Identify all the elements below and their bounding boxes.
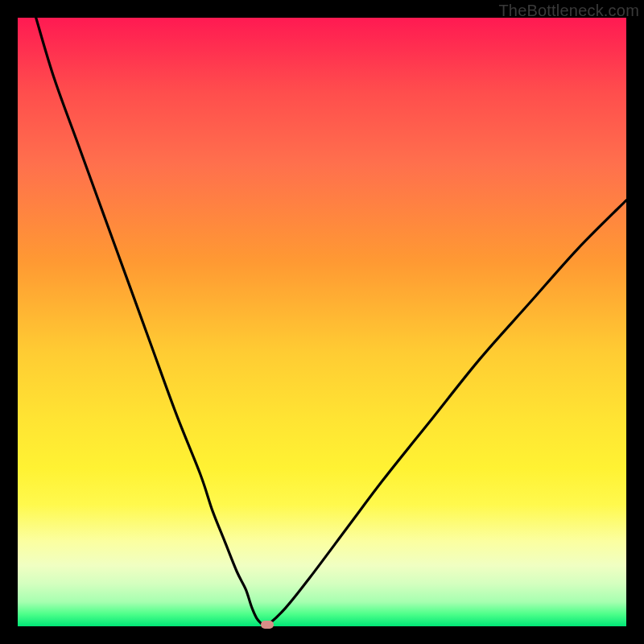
watermark-text: TheBottleneck.com xyxy=(498,2,639,20)
bottleneck-curve xyxy=(18,18,626,626)
plot-area xyxy=(18,18,626,626)
curve-path xyxy=(36,18,626,625)
minimum-marker xyxy=(261,621,274,629)
